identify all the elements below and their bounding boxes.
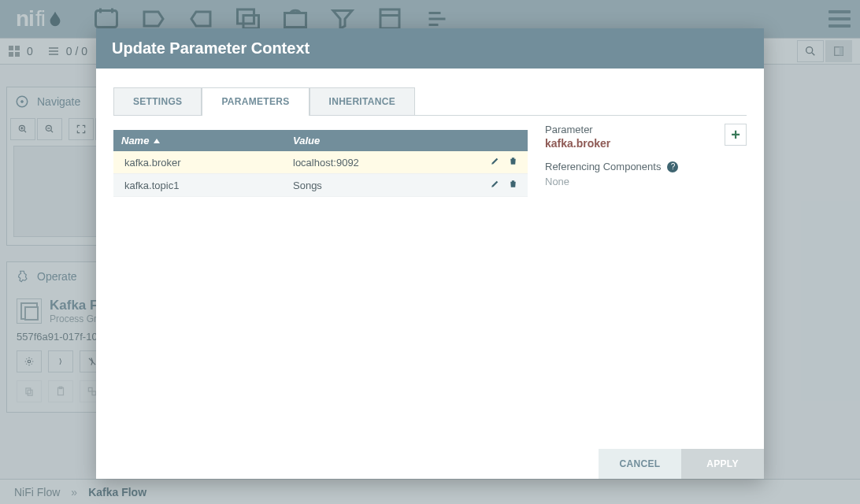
referencing-none: None: [545, 176, 747, 187]
help-icon[interactable]: ?: [667, 161, 678, 172]
param-value-cell: Songs: [285, 175, 480, 196]
edit-icon[interactable]: [490, 156, 500, 169]
sort-asc-icon: [154, 139, 160, 143]
delete-icon[interactable]: [508, 156, 518, 169]
param-name-cell: kafka.topic1: [113, 175, 285, 196]
column-value[interactable]: Value: [285, 130, 528, 151]
column-name[interactable]: Name: [121, 135, 149, 146]
cancel-button[interactable]: CANCEL: [599, 449, 681, 479]
parameter-label: Parameter: [545, 124, 747, 135]
selected-parameter-name: kafka.broker: [545, 137, 747, 150]
parameter-table-header: Name Value: [113, 130, 528, 151]
update-parameter-context-dialog: Update Parameter Context SETTINGS PARAME…: [96, 28, 764, 479]
table-row[interactable]: kafka.broker localhost:9092: [113, 151, 528, 174]
apply-button[interactable]: APPLY: [681, 449, 764, 479]
table-row[interactable]: kafka.topic1 Songs: [113, 174, 528, 197]
dialog-title: Update Parameter Context: [96, 28, 764, 69]
param-name-cell: kafka.broker: [113, 152, 285, 173]
param-value-cell: localhost:9092: [285, 152, 480, 173]
edit-icon[interactable]: [490, 179, 500, 191]
tab-inheritance[interactable]: INHERITANCE: [310, 87, 415, 115]
tab-settings[interactable]: SETTINGS: [113, 87, 202, 115]
tab-parameters[interactable]: PARAMETERS: [202, 87, 309, 115]
delete-icon[interactable]: [508, 179, 518, 191]
referencing-components-label: Referencing Components: [545, 161, 661, 172]
